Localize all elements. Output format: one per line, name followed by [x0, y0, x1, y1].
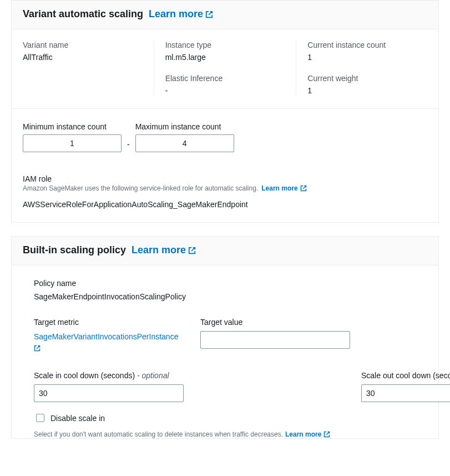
instance-type-item: Instance type ml.m5.large: [165, 41, 285, 62]
variant-name-item: Variant name AllTraffic: [23, 41, 143, 62]
current-instance-count-value: 1: [307, 53, 427, 62]
external-link-icon: [300, 185, 307, 192]
external-link-icon: [205, 11, 213, 18]
current-weight-label: Current weight: [307, 74, 427, 83]
learn-more-label: Learn more: [132, 244, 186, 256]
min-instance-label: Minimum instance count: [23, 122, 122, 131]
target-metric-value: SageMakerVariantInvocationsPerInstance: [34, 332, 178, 341]
variant-name-value: AllTraffic: [23, 53, 143, 62]
disable-scale-in-learn-more-link[interactable]: Learn more: [285, 430, 330, 438]
iam-role-desc-row: Amazon SageMaker uses the following serv…: [23, 184, 427, 192]
instance-type-label: Instance type: [165, 41, 285, 49]
min-instance-block: Minimum instance count: [23, 122, 122, 152]
elastic-inference-value: -: [165, 86, 285, 95]
policy-learn-more-link[interactable]: Learn more: [132, 244, 196, 256]
iam-role-block: IAM role Amazon SageMaker uses the follo…: [23, 174, 427, 209]
current-weight-item: Current weight 1: [307, 74, 427, 95]
variant-panel-title: Variant automatic scaling: [23, 8, 143, 19]
external-link-icon: [34, 345, 41, 352]
policy-panel-title: Built-in scaling policy: [23, 244, 126, 255]
range-dash: -: [127, 140, 130, 152]
disable-scale-in-label: Disable scale in: [50, 414, 105, 423]
iam-role-label: IAM role: [23, 174, 427, 183]
current-instance-count-item: Current instance count 1: [307, 41, 427, 62]
policy-name-label: Policy name: [34, 279, 416, 288]
policy-name-value: SageMakerEndpointInvocationScalingPolicy: [34, 292, 416, 301]
target-metric-link[interactable]: SageMakerVariantInvocationsPerInstance: [34, 331, 184, 354]
policy-name-row: Policy name SageMakerEndpointInvocationS…: [34, 279, 416, 301]
target-metric-label: Target metric: [34, 318, 184, 327]
learn-more-label: Learn more: [285, 430, 321, 438]
external-link-icon: [323, 431, 330, 438]
elastic-inference-label: Elastic Inference: [165, 74, 285, 83]
target-value-label: Target value: [200, 318, 350, 327]
instance-range-row: Minimum instance count - Maximum instanc…: [23, 122, 427, 152]
scale-in-input[interactable]: [34, 384, 184, 402]
iam-learn-more-label: Learn more: [261, 184, 297, 192]
target-row: Target metric SageMakerVariantInvocation…: [34, 318, 416, 354]
variant-col-1: Variant name AllTraffic: [12, 41, 154, 95]
scale-out-label: Scale out cool down (seconds) - optional: [361, 371, 450, 380]
external-link-icon: [188, 247, 196, 254]
policy-panel-body: Policy name SageMakerEndpointInvocationS…: [12, 265, 438, 438]
max-instance-input[interactable]: [135, 134, 234, 152]
variant-scaling-panel: Variant automatic scaling Learn more Var…: [11, 0, 439, 223]
max-instance-block: Maximum instance count: [135, 122, 234, 152]
variant-col-2: Instance type ml.m5.large Elastic Infere…: [154, 41, 297, 95]
iam-learn-more-link[interactable]: Learn more: [261, 184, 306, 192]
variant-name-label: Variant name: [23, 41, 143, 49]
scale-out-input[interactable]: [361, 384, 450, 402]
disable-scale-in-help: Select if you don't want automatic scali…: [34, 430, 283, 438]
scale-out-col: Scale out cool down (seconds) - optional: [361, 371, 450, 438]
disable-scale-in-checkbox[interactable]: [36, 414, 44, 422]
variant-summary-grid: Variant name AllTraffic Instance type ml…: [12, 38, 438, 109]
policy-panel: Built-in scaling policy Learn more Polic…: [11, 236, 439, 439]
max-instance-label: Maximum instance count: [135, 122, 234, 131]
min-instance-input[interactable]: [23, 134, 122, 152]
current-weight-value: 1: [307, 86, 427, 95]
optional-suffix: - optional: [137, 371, 169, 380]
variant-learn-more-link[interactable]: Learn more: [149, 8, 213, 20]
policy-panel-header: Built-in scaling policy Learn more: [12, 237, 438, 265]
disable-scale-in-row: Disable scale in: [34, 412, 345, 424]
disable-scale-in-help-row: Select if you don't want automatic scali…: [34, 430, 345, 438]
target-metric-col: Target metric SageMakerVariantInvocation…: [34, 318, 184, 354]
scale-in-col: Scale in cool down (seconds) - optional …: [34, 371, 345, 438]
instance-type-value: ml.m5.large: [165, 53, 285, 62]
target-value-col: Target value: [200, 318, 350, 354]
cooldown-row: Scale in cool down (seconds) - optional …: [34, 371, 416, 438]
target-value-input[interactable]: [200, 331, 350, 349]
current-instance-count-label: Current instance count: [307, 41, 427, 49]
variant-col-3: Current instance count 1 Current weight …: [296, 41, 438, 95]
variant-panel-header: Variant automatic scaling Learn more: [12, 1, 438, 29]
learn-more-label: Learn more: [149, 8, 203, 20]
iam-role-value: AWSServiceRoleForApplicationAutoScaling_…: [23, 200, 427, 209]
variant-panel-body: Variant name AllTraffic Instance type ml…: [12, 29, 438, 222]
iam-role-desc: Amazon SageMaker uses the following serv…: [23, 184, 258, 192]
elastic-inference-item: Elastic Inference -: [165, 74, 285, 95]
scale-in-label: Scale in cool down (seconds) - optional: [34, 371, 345, 380]
